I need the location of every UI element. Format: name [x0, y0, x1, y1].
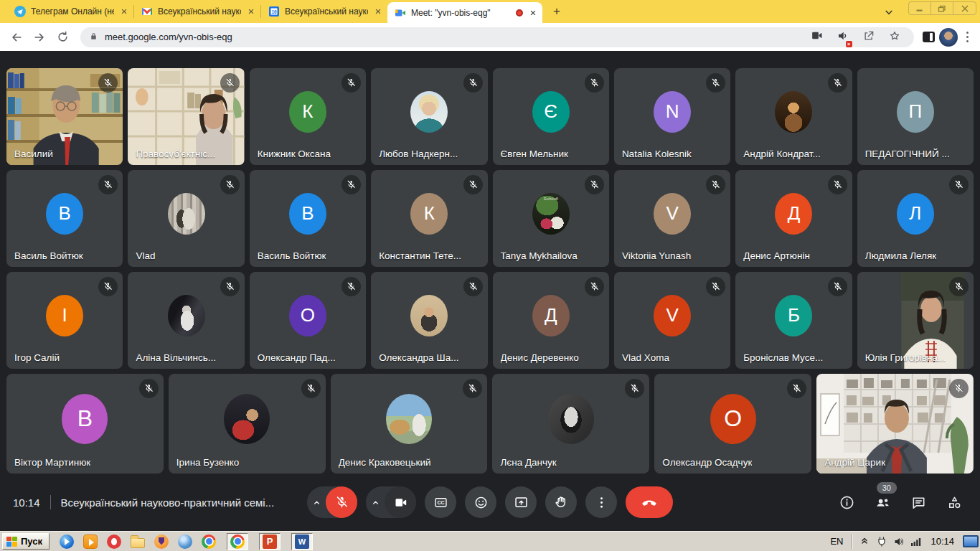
- participant-name: Денис Краковецький: [339, 457, 431, 468]
- participant-tile[interactable]: VVlad Xoma: [614, 272, 730, 369]
- participant-tile[interactable]: ІІгор Салій: [6, 272, 123, 369]
- side-panel-icon[interactable]: [923, 32, 935, 42]
- present-screen-button[interactable]: [505, 486, 537, 518]
- participant-tile[interactable]: ППЕДАГОГІЧНИЙ ...: [857, 68, 974, 165]
- tab-gmail[interactable]: Всеукраїнський науково-практи: [134, 0, 260, 23]
- participant-tile[interactable]: Ірина Бузенко: [169, 374, 326, 474]
- word-icon[interactable]: [295, 534, 309, 549]
- participant-tile[interactable]: ЛЛюдмила Леляк: [857, 170, 974, 267]
- window-minimize-button[interactable]: [909, 2, 931, 14]
- participant-tile[interactable]: ООлександр Осадчук: [654, 374, 811, 474]
- participant-tile[interactable]: Василий: [6, 68, 123, 165]
- window-close-button[interactable]: [953, 2, 976, 14]
- address-bar[interactable]: meet.google.com/yvn-obis-eqg ×: [80, 27, 914, 47]
- powerpoint-taskbar-button[interactable]: [259, 533, 281, 550]
- tab-close-icon[interactable]: [373, 6, 383, 17]
- participant-tile[interactable]: ККнижник Оксана: [250, 68, 366, 165]
- participant-tile[interactable]: SohkoftTanya Mykhailova: [493, 170, 609, 267]
- camera-options-chevron-icon[interactable]: [366, 497, 385, 508]
- forward-button[interactable]: [30, 28, 49, 47]
- profile-avatar[interactable]: [939, 28, 958, 47]
- participant-tile[interactable]: ДДенис Деревенко: [493, 272, 609, 369]
- participant-tile[interactable]: Любов Надкерн...: [371, 68, 487, 165]
- media-player-blue-icon[interactable]: [60, 534, 74, 549]
- chrome-active-icon[interactable]: [230, 534, 245, 549]
- camera-toggle-button[interactable]: [385, 486, 416, 518]
- participant-tile[interactable]: Лєна Данчук: [492, 374, 649, 474]
- participant-tile[interactable]: ЄЄвген Мельник: [493, 68, 609, 165]
- participant-tile[interactable]: Аліна Вільчинсь...: [128, 272, 244, 369]
- participant-tile[interactable]: Юлія Григорівна...: [857, 272, 974, 369]
- captions-button[interactable]: CC: [425, 486, 456, 518]
- power-plug-icon[interactable]: [876, 536, 887, 547]
- mic-options-chevron-icon[interactable]: [307, 497, 326, 508]
- participant-tile[interactable]: ДДенис Артюнін: [735, 170, 852, 267]
- tab-close-icon[interactable]: [246, 6, 256, 17]
- powerpoint-icon[interactable]: [263, 534, 277, 549]
- participant-tile[interactable]: ООлександр Пад...: [250, 272, 366, 369]
- show-desktop-icon[interactable]: [963, 535, 979, 547]
- participant-name: Денис Артюнін: [743, 250, 810, 261]
- participant-tile[interactable]: ВВасиль Войтюк: [250, 170, 366, 267]
- tab-list-chevron-icon[interactable]: [882, 6, 895, 19]
- divider: [50, 495, 51, 509]
- leave-call-button[interactable]: [626, 486, 673, 518]
- new-tab-button[interactable]: +: [548, 3, 565, 20]
- tab-meet-active[interactable]: Meet: "yvn-obis-eqg": [387, 2, 542, 23]
- participant-tile[interactable]: NNatalia Kolesnik: [614, 68, 730, 165]
- word-taskbar-button[interactable]: [291, 533, 313, 550]
- start-button[interactable]: Пуск: [2, 533, 50, 550]
- participant-name: Олександр Пад...: [258, 352, 336, 363]
- folder-icon[interactable]: [131, 538, 145, 548]
- taskbar-clock[interactable]: 10:14: [928, 536, 957, 547]
- participant-avatar: Є: [532, 91, 570, 133]
- browser-round-icon[interactable]: [178, 534, 192, 549]
- hidden-icons-chevron-icon[interactable]: [859, 536, 870, 547]
- meeting-details-icon[interactable]: [839, 494, 855, 511]
- share-icon[interactable]: [862, 29, 875, 45]
- mic-muted-icon: [98, 277, 118, 296]
- participant-name: Денис Деревенко: [501, 352, 579, 363]
- tab-close-icon[interactable]: [528, 8, 538, 18]
- mic-muted-icon: [139, 379, 159, 398]
- participant-avatar: П: [897, 91, 934, 133]
- chrome-icon[interactable]: [202, 534, 216, 549]
- window-restore-button[interactable]: [931, 2, 953, 14]
- chat-panel-icon[interactable]: [910, 494, 927, 511]
- tab-calendar[interactable]: 16 Всеукраїнський науково-практи: [261, 0, 387, 23]
- reload-button[interactable]: [53, 28, 72, 47]
- participant-tile[interactable]: ВВасиль Войтюк: [6, 170, 123, 267]
- participant-tile[interactable]: Андрій Царик: [816, 374, 974, 474]
- browser-menu-icon[interactable]: [962, 32, 974, 43]
- participant-tile[interactable]: Правосуб'єктніс...: [128, 68, 244, 165]
- tab-close-icon[interactable]: [119, 6, 129, 17]
- raise-hand-button[interactable]: [545, 486, 577, 518]
- participant-tile[interactable]: Олександра Ша...: [371, 272, 487, 369]
- participant-tile[interactable]: Vlad: [128, 170, 244, 267]
- participant-tile[interactable]: ККонстантин Тете...: [371, 170, 487, 267]
- volume-icon[interactable]: [893, 536, 905, 547]
- participant-avatar: [386, 394, 432, 444]
- back-button[interactable]: [7, 28, 26, 47]
- tab-telegram[interactable]: Телеграм Онлайн (неофициаль: [7, 0, 133, 23]
- network-signal-icon[interactable]: [910, 536, 922, 547]
- mic-mute-button[interactable]: [326, 486, 357, 518]
- bookmark-star-icon[interactable]: [888, 29, 901, 45]
- activities-panel-icon[interactable]: [946, 494, 963, 511]
- participant-tile[interactable]: VViktoriia Yunash: [614, 170, 730, 267]
- avast-icon[interactable]: [154, 534, 169, 549]
- participant-tile[interactable]: Денис Краковецький: [331, 374, 488, 474]
- opera-icon[interactable]: [107, 534, 121, 549]
- chrome-active-taskbar-button[interactable]: [227, 533, 248, 550]
- mic-muted-icon: [463, 277, 483, 296]
- sound-muted-icon[interactable]: ×: [837, 29, 849, 45]
- reactions-button[interactable]: [465, 486, 496, 518]
- participant-tile[interactable]: Андрій Кондрат...: [735, 68, 852, 165]
- camera-in-use-icon[interactable]: [810, 29, 824, 45]
- more-options-button[interactable]: [585, 486, 617, 518]
- participants-panel-icon[interactable]: 30: [875, 494, 891, 511]
- media-player-orange-icon[interactable]: [83, 534, 98, 549]
- participant-tile[interactable]: ВВіктор Мартинюк: [6, 374, 164, 474]
- language-indicator[interactable]: EN: [827, 536, 846, 547]
- participant-tile[interactable]: ББроніслав Мусе...: [735, 272, 852, 369]
